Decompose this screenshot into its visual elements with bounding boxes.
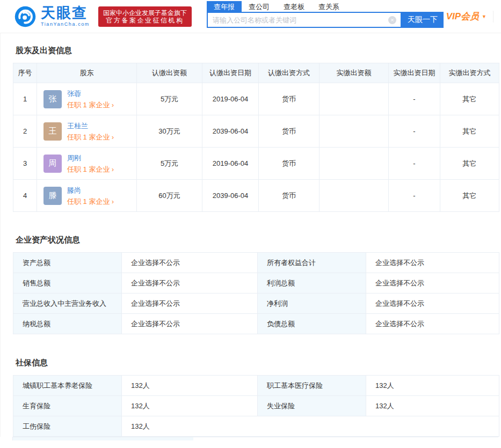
subscribed-date: 2039-06-04 — [202, 180, 259, 212]
asset-value: 企业选择不公示 — [366, 273, 499, 293]
asset-label: 资产总额 — [13, 253, 122, 273]
paid-date: - — [389, 83, 440, 115]
positions-label: 任职 1 家企业 — [67, 101, 112, 109]
col-subscribed-amount: 认缴出资额 — [137, 63, 202, 83]
paid-amount — [320, 115, 389, 148]
shareholder-name-link[interactable]: 周刚 — [67, 155, 114, 161]
asset-label: 营业总收入中主营业务收入 — [13, 293, 122, 314]
col-paid-date: 实缴出资日期 — [389, 63, 440, 83]
shareholder-name-link[interactable]: 滕尚 — [67, 187, 114, 194]
cut-off-label-cell — [12, 437, 193, 440]
subscribed-amount: 5万元 — [137, 148, 202, 180]
paid-amount — [320, 180, 389, 212]
row-index: 4 — [13, 180, 37, 212]
chevron-right-icon: › — [112, 134, 114, 141]
subscribed-method: 货币 — [259, 148, 320, 180]
paid-method: 其它 — [440, 83, 499, 115]
subscribed-date: 2019-06-04 — [202, 148, 259, 180]
shareholder-avatar[interactable]: 周 — [43, 155, 62, 173]
asset-label: 负债总额 — [258, 314, 366, 334]
search-button[interactable]: 天眼一下 — [402, 12, 444, 28]
official-credit-badge: 国家中小企业发展子基金旗下 官方备案企业征信机构 — [98, 6, 192, 27]
assets-row: 资产总额 企业选择不公示 所有者权益合计 企业选择不公示 — [13, 253, 499, 273]
asset-label: 销售总额 — [13, 273, 122, 293]
shareholder-cell: 王 王桂兰 任职 1 家企业 › — [37, 115, 137, 148]
tianyancha-logo-icon — [14, 5, 37, 28]
shareholders-table: 序号 股东 认缴出资额 认缴出资日期 认缴出资方式 实缴出资额 实缴出资日期 实… — [13, 63, 499, 212]
insurance-label: 职工基本医疗保险 — [258, 376, 366, 396]
shareholder-name-link[interactable]: 王桂兰 — [67, 122, 114, 129]
col-paid-amount: 实缴出资额 — [320, 63, 389, 83]
tab-annual-report[interactable]: 查年报 — [207, 1, 242, 12]
paid-date: - — [389, 115, 440, 148]
insurance-label: 工伤保险 — [13, 416, 122, 437]
shareholder-avatar[interactable]: 王 — [43, 122, 62, 141]
shareholder-avatar[interactable]: 滕 — [43, 187, 62, 205]
shareholder-cell: 滕 滕尚 任职 1 家企业 › — [37, 180, 137, 212]
tab-company[interactable]: 查公司 — [242, 1, 277, 12]
search-tabs: 查年报 查公司 查老板 查关系 — [207, 1, 444, 12]
col-subscribed-method: 认缴出资方式 — [259, 63, 320, 83]
subscribed-date: 2019-06-04 — [202, 83, 259, 115]
shareholder-positions-link[interactable]: 任职 1 家企业 › — [67, 101, 114, 108]
paid-date: - — [389, 148, 440, 180]
asset-value: 企业选择不公示 — [366, 314, 499, 334]
shareholder-row: 3 周 周刚 任职 1 家企业 › 5万元 2019-06-04 货币 — [13, 148, 499, 180]
asset-value: 企业选择不公示 — [366, 253, 499, 273]
insurance-label: 城镇职工基本养老保险 — [13, 376, 122, 396]
insurance-value: 132人 — [122, 396, 258, 416]
positions-label: 任职 1 家企业 — [67, 133, 112, 141]
logo-subtitle: TianYanCha.com — [41, 22, 90, 27]
shareholder-positions-link[interactable]: 任职 1 家企业 › — [67, 166, 114, 173]
section-title-social-insurance: 社保信息 — [13, 334, 501, 368]
social-row: 生育保险 132人 失业保险 132人 — [13, 396, 499, 416]
vip-label: VIP会员 — [446, 10, 479, 23]
shareholder-positions-link[interactable]: 任职 1 家企业 › — [67, 134, 114, 141]
insurance-value: 132人 — [122, 376, 258, 396]
asset-label: 纳税总额 — [13, 314, 122, 334]
paid-method: 其它 — [440, 180, 499, 212]
paid-method: 其它 — [440, 148, 499, 180]
positions-label: 任职 1 家企业 — [67, 165, 112, 173]
shareholder-row: 2 王 王桂兰 任职 1 家企业 › 30万元 2039-06-04 货币 — [13, 115, 499, 148]
chevron-right-icon: › — [112, 198, 114, 205]
tab-relationship[interactable]: 查关系 — [311, 1, 346, 12]
shareholder-name-link[interactable]: 张蓉 — [67, 90, 114, 97]
badge-line-2: 官方备案企业征信机构 — [103, 17, 187, 24]
subscribed-amount: 5万元 — [137, 83, 202, 115]
assets-table: 资产总额 企业选择不公示 所有者权益合计 企业选择不公示 销售总额 企业选择不公… — [13, 252, 499, 334]
row-index: 2 — [13, 115, 37, 148]
site-header: 天眼查 TianYanCha.com 国家中小企业发展子基金旗下 官方备案企业征… — [0, 0, 501, 33]
caret-down-icon: ▼ — [482, 14, 487, 19]
paid-amount — [320, 83, 389, 115]
asset-value: 企业选择不公示 — [366, 293, 499, 314]
col-subscribed-date: 认缴出资日期 — [202, 63, 259, 83]
paid-date: - — [389, 180, 440, 212]
vip-member-menu[interactable]: VIP会员 ▼ — [446, 11, 493, 23]
subscribed-method: 货币 — [259, 115, 320, 148]
shareholder-row: 4 滕 滕尚 任职 1 家企业 › 60万元 2039-06-04 货币 — [13, 180, 499, 212]
asset-value: 企业选择不公示 — [122, 273, 258, 293]
row-index: 1 — [13, 83, 37, 115]
tianyancha-logo[interactable]: 天眼查 TianYanCha.com — [14, 5, 90, 28]
col-index: 序号 — [13, 63, 37, 83]
subscribed-method: 货币 — [259, 180, 320, 212]
tab-boss[interactable]: 查老板 — [277, 1, 311, 12]
clear-icon[interactable]: × — [388, 16, 396, 24]
assets-row: 营业总收入中主营业务收入 企业选择不公示 净利润 企业选择不公示 — [13, 293, 499, 314]
subscribed-amount: 30万元 — [137, 115, 202, 148]
asset-value: 企业选择不公示 — [122, 293, 258, 314]
row-index: 3 — [13, 148, 37, 180]
section-title-shareholders: 股东及出资信息 — [13, 33, 501, 56]
insurance-label: 失业保险 — [258, 396, 366, 416]
shareholder-avatar[interactable]: 张 — [43, 90, 62, 108]
shareholder-cell: 周 周刚 任职 1 家企业 › — [37, 148, 137, 180]
tianyancha-annual-report-page: 天眼查 TianYanCha.com 国家中小企业发展子基金旗下 官方备案企业征… — [0, 0, 501, 448]
insurance-value: 132人 — [366, 396, 499, 416]
shareholder-row: 1 张 张蓉 任职 1 家企业 › 5万元 2019-06-04 货币 — [13, 83, 499, 115]
social-insurance-table: 城镇职工基本养老保险 132人 职工基本医疗保险 132人 生育保险 132人 … — [13, 375, 499, 437]
search-input[interactable] — [208, 13, 385, 26]
shareholder-positions-link[interactable]: 任职 1 家企业 › — [67, 198, 114, 205]
shareholder-cell: 张 张蓉 任职 1 家企业 › — [37, 83, 137, 115]
insurance-value: 132人 — [366, 376, 499, 396]
